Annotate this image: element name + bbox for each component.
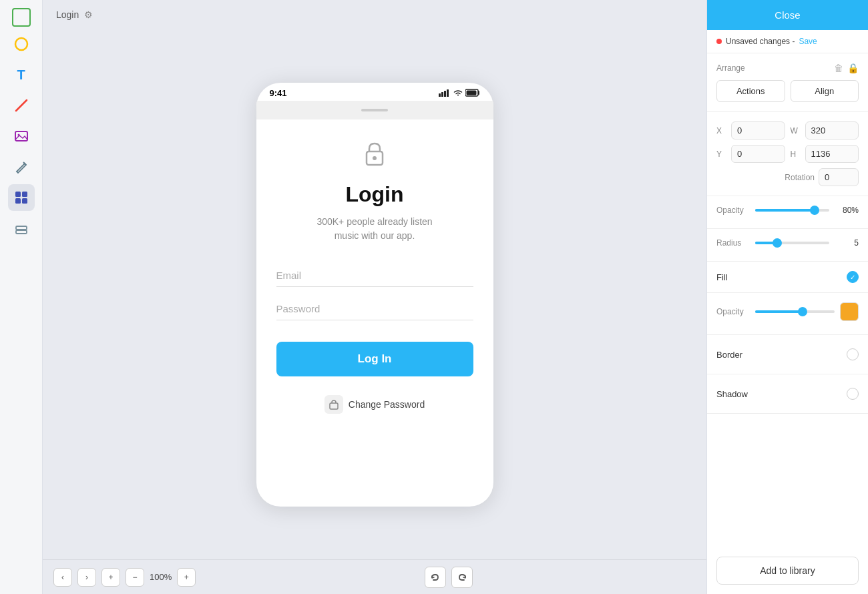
redo-button[interactable] <box>451 567 473 588</box>
password-input[interactable] <box>276 298 473 320</box>
rotation-input[interactable] <box>819 168 859 186</box>
unsaved-indicator <box>716 39 722 44</box>
rectangle-tool[interactable] <box>12 8 31 27</box>
w-label: W <box>791 126 801 135</box>
svg-rect-11 <box>439 93 441 97</box>
svg-point-0 <box>15 38 27 50</box>
opacity-value: 80% <box>835 206 859 215</box>
layers-tool[interactable] <box>8 215 35 242</box>
rotation-row: Rotation <box>716 168 859 186</box>
shadow-toggle[interactable] <box>847 388 859 400</box>
canvas-title: Login <box>56 9 79 20</box>
h-input[interactable] <box>805 145 859 163</box>
radius-section: Radius 5 <box>707 229 868 262</box>
wifi-icon <box>453 89 463 97</box>
text-tool[interactable]: T <box>8 61 35 88</box>
svg-rect-13 <box>444 91 446 97</box>
border-section: Border <box>707 335 868 374</box>
arrange-label: Arrange 🗑 🔒 <box>716 63 859 73</box>
image-tool[interactable] <box>8 123 35 150</box>
opacity-label: Opacity <box>716 206 750 215</box>
canvas-content: 9:41 <box>43 29 706 559</box>
add-page-button[interactable]: + <box>101 568 120 587</box>
arrange-section: Arrange 🗑 🔒 Actions Align <box>707 53 868 112</box>
login-subtitle: 300K+ people already listenmusic with ou… <box>316 215 432 243</box>
fill-opacity-slider-track[interactable] <box>755 310 835 313</box>
svg-rect-9 <box>16 230 27 234</box>
undo-button[interactable] <box>425 567 446 588</box>
left-toolbar: T <box>0 0 43 594</box>
border-label: Border <box>716 350 742 360</box>
pen-tool[interactable] <box>8 154 35 180</box>
actions-button[interactable]: Actions <box>716 80 785 102</box>
zoom-in-button[interactable]: + <box>177 568 196 587</box>
x-coord: X <box>716 121 785 139</box>
svg-rect-10 <box>16 226 27 230</box>
lock-icon[interactable]: 🔒 <box>847 63 859 73</box>
svg-line-1 <box>16 100 27 111</box>
opacity-slider-track[interactable] <box>755 209 829 212</box>
fill-toggle[interactable]: ✓ <box>847 271 859 283</box>
notch-handle <box>361 109 388 111</box>
radius-row: Radius 5 <box>716 238 859 248</box>
delete-icon[interactable]: 🗑 <box>834 63 843 73</box>
radius-slider-track[interactable] <box>755 242 829 244</box>
y-coord: Y <box>716 145 785 163</box>
opacity-slider-thumb[interactable] <box>810 206 819 215</box>
fill-section: Fill ✓ <box>707 262 868 293</box>
phone-time: 9:41 <box>270 88 287 98</box>
svg-rect-2 <box>15 131 27 141</box>
border-toggle[interactable] <box>847 348 859 360</box>
opacity-slider-fill <box>755 209 815 212</box>
svg-rect-12 <box>441 92 443 97</box>
email-input[interactable] <box>276 264 473 287</box>
unsaved-text: Unsaved changes - <box>726 37 795 46</box>
battery-icon <box>465 89 480 97</box>
svg-rect-5 <box>15 192 21 197</box>
x-input[interactable] <box>731 121 785 139</box>
signal-icon <box>439 89 451 97</box>
align-button[interactable]: Align <box>791 80 859 102</box>
svg-rect-8 <box>22 198 27 204</box>
unsaved-bar: Unsaved changes - Save <box>707 30 868 53</box>
footer-center <box>201 567 696 588</box>
coordinates-section: X W Y H Rotation <box>707 112 868 196</box>
line-tool[interactable] <box>8 92 35 119</box>
phone-mockup: 9:41 <box>256 83 493 507</box>
change-password-row[interactable]: Change Password <box>324 395 425 414</box>
components-tool[interactable] <box>8 184 35 211</box>
next-button[interactable]: › <box>77 568 96 587</box>
prev-button[interactable]: ‹ <box>53 568 72 587</box>
y-input[interactable] <box>731 145 785 163</box>
radius-value: 5 <box>835 238 859 248</box>
canvas-settings-icon[interactable]: ⚙ <box>84 9 93 20</box>
fill-opacity-row: Opacity <box>716 302 859 321</box>
fill-opacity-slider-thumb[interactable] <box>798 307 807 316</box>
zoom-value: 100% <box>150 572 172 582</box>
svg-rect-6 <box>22 192 27 197</box>
circle-tool[interactable] <box>8 31 35 57</box>
fill-label: Fill <box>716 272 728 282</box>
h-label: H <box>791 150 801 159</box>
fill-opacity-section: Opacity <box>707 293 868 335</box>
fill-opacity-slider-fill <box>755 310 803 313</box>
add-to-library-button[interactable]: Add to library <box>716 557 859 585</box>
h-coord: H <box>791 145 859 163</box>
svg-rect-16 <box>466 91 476 95</box>
save-link[interactable]: Save <box>799 37 817 46</box>
canvas-area: Login ⚙ 9:41 <box>43 0 706 594</box>
shadow-row: Shadow <box>716 384 859 404</box>
svg-rect-14 <box>447 89 449 97</box>
w-input[interactable] <box>805 121 859 139</box>
fill-color-swatch[interactable] <box>840 302 859 321</box>
arrange-icons: 🗑 🔒 <box>834 63 859 73</box>
radius-slider-thumb[interactable] <box>773 238 782 248</box>
close-button[interactable]: Close <box>707 0 868 30</box>
w-coord: W <box>791 121 859 139</box>
svg-rect-7 <box>15 198 21 204</box>
change-password-icon <box>324 395 343 414</box>
login-button[interactable]: Log In <box>276 342 473 376</box>
zoom-out-button[interactable]: − <box>126 568 144 587</box>
shadow-section: Shadow <box>707 374 868 414</box>
coords-grid: X W Y H <box>716 121 859 163</box>
